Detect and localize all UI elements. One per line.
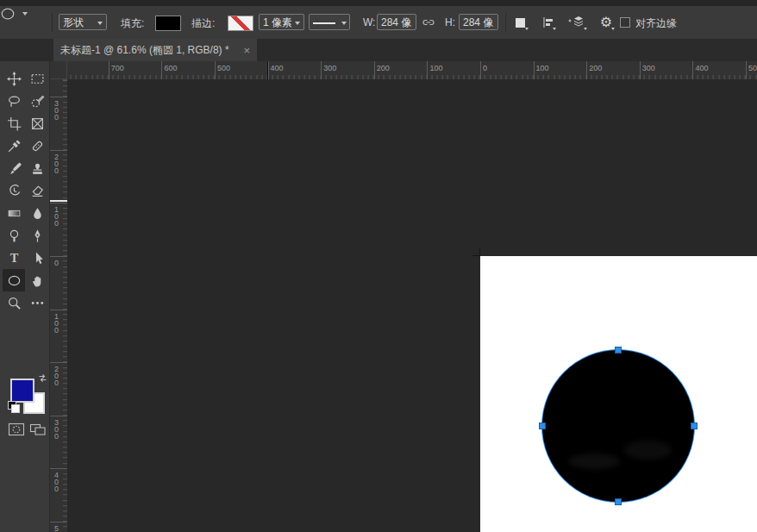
- fill-swatch[interactable]: [155, 16, 181, 31]
- ruler-major-tick: [50, 310, 67, 310]
- tool-mode-select[interactable]: 形状: [59, 14, 107, 30]
- tool-zoom[interactable]: [3, 291, 25, 314]
- align-edges-checkbox[interactable]: [620, 17, 630, 28]
- ruler-major-tick: [50, 362, 67, 363]
- solid-line-icon: [313, 22, 335, 24]
- ruler-major-tick: [50, 522, 67, 523]
- ruler-cursor-marker: [50, 200, 67, 202]
- separator: [505, 13, 506, 32]
- tool-type[interactable]: T: [3, 247, 25, 269]
- ruler-major-tick: [215, 61, 216, 79]
- ruler-label: 3 0 0: [54, 100, 63, 121]
- ellipse-shape[interactable]: [542, 350, 694, 502]
- ruler-major-tick: [746, 61, 747, 79]
- tool-brush[interactable]: [3, 157, 25, 179]
- link-dimensions-icon[interactable]: [421, 16, 436, 29]
- document-tab[interactable]: 未标题-1 @ 61.6% (椭圆 1, RGB/8) * ×: [53, 39, 257, 61]
- ruler-label: 600: [164, 64, 177, 72]
- fill-label: 填充:: [121, 16, 144, 31]
- stroke-label: 描边:: [191, 16, 215, 31]
- svg-text:T: T: [9, 251, 18, 265]
- path-operations-button[interactable]: [510, 13, 530, 32]
- ruler-label: 0: [483, 64, 487, 72]
- tool-mode-value: 形状: [63, 16, 84, 28]
- ruler-major-tick: [480, 61, 481, 79]
- tool-dodge[interactable]: [3, 224, 25, 247]
- width-input[interactable]: 284 像: [377, 14, 416, 30]
- tool-more[interactable]: [26, 291, 48, 314]
- stroke-width-value: 1 像素: [263, 16, 292, 28]
- quick-mask-icon[interactable]: [7, 422, 26, 437]
- tool-pen[interactable]: [26, 224, 48, 247]
- artboard-corner-mark: [479, 248, 480, 256]
- document-tab-title: 未标题-1 @ 61.6% (椭圆 1, RGB/8) *: [60, 39, 236, 61]
- ruler-major-tick: [50, 203, 67, 203]
- ruler-major-tick: [109, 61, 109, 79]
- transform-handle-right[interactable]: [691, 422, 698, 429]
- chevron-down-icon: [611, 28, 615, 30]
- ruler-label: 4 0 0: [54, 472, 63, 492]
- ellipse-tool-icon: [0, 6, 16, 22]
- stroke-type-select[interactable]: [309, 14, 350, 30]
- ruler-label: 5 0 0: [54, 525, 63, 532]
- ruler-label: 1 0 0: [54, 206, 63, 227]
- ruler-label: 2 0 0: [54, 153, 63, 174]
- tool-healing[interactable]: [26, 135, 48, 157]
- ruler-label: 700: [111, 64, 124, 72]
- swap-colors-icon[interactable]: [36, 372, 48, 384]
- tool-gradient[interactable]: [3, 202, 25, 224]
- tool-quick-select[interactable]: [26, 90, 48, 112]
- ruler-label: 300: [642, 64, 655, 72]
- default-colors-icon[interactable]: [8, 401, 19, 412]
- tools-panel: T: [0, 61, 50, 532]
- canvas-pasteboard[interactable]: [67, 79, 757, 532]
- ruler-major-tick: [321, 61, 322, 79]
- vertical-ruler[interactable]: 3 0 02 0 01 0 001 0 02 0 03 0 04 0 05 0 …: [50, 79, 67, 532]
- tool-path-select[interactable]: [26, 247, 48, 269]
- height-input[interactable]: 284 像: [459, 14, 498, 30]
- ruler-label: 2 0 0: [54, 366, 63, 386]
- transform-handle-bottom[interactable]: [615, 498, 622, 505]
- tool-history-brush[interactable]: [3, 179, 25, 202]
- ruler-label: 100: [429, 64, 442, 72]
- path-alignment-button[interactable]: [537, 13, 558, 32]
- tool-marquee[interactable]: [26, 67, 48, 90]
- extra-options-button[interactable]: ⚙: [596, 13, 616, 32]
- tool-clone-stamp[interactable]: [26, 157, 48, 179]
- chevron-down-icon: [97, 22, 103, 25]
- ruler-major-tick: [50, 97, 67, 97]
- ruler-label: 300: [323, 64, 336, 72]
- tool-frame[interactable]: [26, 112, 48, 135]
- transform-handle-left[interactable]: [539, 422, 546, 429]
- tool-crop[interactable]: [3, 112, 25, 135]
- ruler-major-tick: [161, 61, 162, 79]
- tool-eyedropper[interactable]: [3, 135, 25, 157]
- ruler-label: 0: [54, 260, 63, 266]
- stroke-width-dropdown[interactable]: [291, 14, 304, 30]
- foreground-color-swatch[interactable]: [10, 379, 34, 403]
- stroke-swatch[interactable]: [228, 16, 253, 31]
- screen-mode-icon[interactable]: [28, 422, 48, 437]
- path-arrangement-button[interactable]: [565, 13, 589, 32]
- tool-ellipse[interactable]: [3, 269, 25, 291]
- tool-lasso[interactable]: [3, 90, 25, 112]
- tool-preset-button[interactable]: [0, 6, 40, 22]
- tool-hand[interactable]: [26, 269, 48, 291]
- ruler-label: 3 0 0: [54, 419, 63, 440]
- transform-handle-top[interactable]: [615, 347, 622, 354]
- ruler-origin-corner[interactable]: [50, 61, 67, 79]
- tool-move[interactable]: [3, 67, 25, 90]
- tool-eraser[interactable]: [26, 179, 48, 202]
- align-edges-label: 对齐边缘: [635, 16, 677, 31]
- tool-blur[interactable]: [26, 202, 48, 224]
- chevron-down-icon: [553, 28, 556, 30]
- chevron-down-icon: [584, 28, 587, 30]
- ruler-label: 200: [589, 64, 602, 72]
- close-tab-icon[interactable]: ×: [243, 45, 250, 56]
- shape-texture: [568, 454, 620, 469]
- window-top-edge: [0, 0, 757, 6]
- ruler-label: 400: [695, 64, 708, 72]
- horizontal-ruler[interactable]: 7006005004003002001000100200300400500: [67, 61, 757, 79]
- height-label: H:: [445, 16, 455, 28]
- width-value: 284 像: [381, 16, 411, 28]
